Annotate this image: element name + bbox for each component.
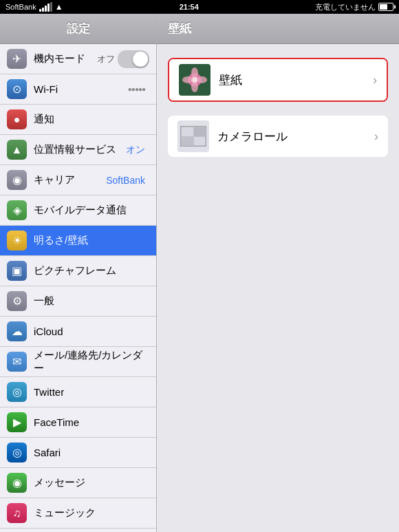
svg-point-7	[193, 78, 197, 82]
airplane-label: 機内モード	[34, 52, 97, 65]
status-bar: SoftBank ▲ 21:54 充電していません	[0, 0, 399, 14]
facetime-label: FaceTime	[34, 416, 149, 428]
sidebar-item-icloud[interactable]: ☁iCloud	[0, 317, 156, 347]
icloud-icon: ☁	[7, 321, 27, 341]
sidebar-item-carrier[interactable]: ◉キャリアSoftBank	[0, 165, 156, 195]
safari-icon: ◎	[7, 443, 27, 462]
carrier-value: SoftBank	[106, 175, 145, 186]
general-icon: ⚙	[7, 291, 27, 311]
picture-icon: ▣	[7, 261, 27, 281]
wifi-value: ●●●●●	[128, 85, 145, 93]
sidebar-item-twitter[interactable]: ◎Twitter	[0, 377, 156, 407]
notification-icon: ●	[7, 109, 27, 129]
content-title: 壁紙	[168, 21, 191, 36]
airplane-toggle[interactable]: オフ	[97, 50, 149, 68]
sidebar-item-music[interactable]: ♫ミュージック	[0, 498, 156, 529]
clock: 21:54	[180, 3, 199, 11]
carrier-label: キャリア	[34, 173, 106, 187]
sidebar-item-wifi[interactable]: ⊙Wi-Fi●●●●●	[0, 74, 156, 105]
twitter-icon: ◎	[7, 382, 27, 402]
brightness-label: 明るさ/壁紙	[34, 234, 149, 247]
content-body: 壁紙› カメラロール›	[157, 44, 399, 532]
cameraroll-thumbnail	[177, 120, 209, 152]
sidebar-item-video[interactable]: ▶ビデオ	[0, 529, 156, 532]
battery-icon	[378, 3, 393, 11]
sidebar-item-picture[interactable]: ▣ピクチャフレーム	[0, 256, 156, 286]
sidebar-item-facetime[interactable]: ▶FaceTime	[0, 407, 156, 438]
messages-label: メッセージ	[34, 476, 149, 489]
sidebar-item-notification[interactable]: ●通知	[0, 105, 156, 135]
sidebar-item-location[interactable]: ▲位置情報サービスオン	[0, 135, 156, 165]
sidebar-list: ✈機内モードオフ⊙Wi-Fi●●●●●●通知▲位置情報サービスオン◉キャリアSo…	[0, 44, 156, 532]
wallpaper-thumbnail	[179, 64, 211, 96]
content-header: 壁紙	[157, 14, 399, 44]
data-label: モバイルデータ通信	[34, 204, 149, 217]
content-section-cameraroll: カメラロール›	[168, 116, 388, 157]
carrier-label: SoftBank	[6, 3, 36, 11]
music-label: ミュージック	[34, 507, 149, 520]
wifi-label: Wi-Fi	[34, 83, 128, 95]
twitter-label: Twitter	[34, 386, 149, 398]
data-icon: ◈	[7, 200, 27, 220]
cameraroll-chevron: ›	[374, 129, 378, 144]
general-label: 一般	[34, 295, 149, 308]
location-icon: ▲	[7, 140, 27, 160]
content-area: 壁紙 壁紙› カメラロール›	[157, 14, 399, 532]
icloud-label: iCloud	[34, 326, 149, 337]
notification-label: 通知	[34, 113, 149, 126]
wallpaper-label: 壁紙	[219, 72, 373, 88]
sidebar-item-airplane[interactable]: ✈機内モードオフ	[0, 44, 156, 74]
messages-icon: ◉	[7, 473, 27, 493]
location-value: オン	[126, 144, 145, 156]
wallpaper-chevron: ›	[373, 73, 377, 87]
wifi-icon: ⊙	[7, 79, 27, 99]
airplane-toggle-label: オフ	[97, 53, 115, 65]
mail-icon: ✉	[7, 352, 27, 372]
sidebar-item-general[interactable]: ⚙一般	[0, 286, 156, 317]
content-section-wallpaper: 壁紙›	[168, 58, 388, 102]
airplane-toggle-knob	[133, 52, 148, 67]
music-icon: ♫	[7, 503, 27, 523]
sidebar-item-data[interactable]: ◈モバイルデータ通信	[0, 195, 156, 226]
main-container: 設定 ✈機内モードオフ⊙Wi-Fi●●●●●●通知▲位置情報サービスオン◉キャリ…	[0, 14, 399, 532]
safari-label: Safari	[34, 447, 149, 458]
sidebar-item-messages[interactable]: ◉メッセージ	[0, 468, 156, 498]
mail-label: メール/連絡先/カレンダー	[34, 349, 149, 375]
brightness-icon: ☀	[7, 231, 27, 251]
sidebar-item-safari[interactable]: ◎Safari	[0, 438, 156, 468]
sidebar: 設定 ✈機内モードオフ⊙Wi-Fi●●●●●●通知▲位置情報サービスオン◉キャリ…	[0, 14, 157, 532]
sidebar-title: 設定	[67, 21, 90, 36]
sidebar-item-mail[interactable]: ✉メール/連絡先/カレンダー	[0, 347, 156, 377]
airplane-toggle-track[interactable]	[118, 50, 149, 68]
sidebar-item-brightness[interactable]: ☀明るさ/壁紙	[0, 226, 156, 256]
content-row-cameraroll[interactable]: カメラロール›	[168, 116, 388, 157]
carrier-icon: ◉	[7, 170, 27, 190]
sidebar-header: 設定	[0, 14, 156, 44]
facetime-icon: ▶	[7, 412, 27, 432]
picture-label: ピクチャフレーム	[34, 264, 149, 277]
charging-label: 充電していません	[315, 2, 376, 12]
signal-icon	[39, 2, 52, 12]
location-label: 位置情報サービス	[34, 143, 126, 156]
airplane-icon: ✈	[7, 49, 27, 69]
cameraroll-label: カメラロール	[217, 129, 374, 145]
content-row-wallpaper[interactable]: 壁紙›	[169, 59, 387, 100]
wifi-status-icon: ▲	[55, 2, 63, 12]
